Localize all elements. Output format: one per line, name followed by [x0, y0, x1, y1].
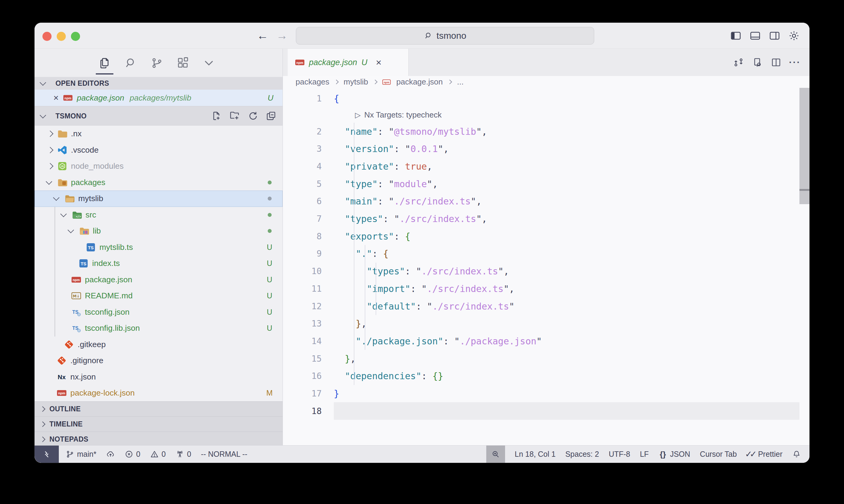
indent-guide: [354, 123, 355, 385]
status-item-0[interactable]: 0: [150, 450, 166, 458]
minimize-window-button[interactable]: [57, 32, 66, 41]
status-item-zoomin[interactable]: [486, 446, 505, 463]
command-center-search[interactable]: tsmono: [296, 27, 594, 44]
svg-text:npm: npm: [64, 96, 71, 100]
line-content: "default": "./src/index.ts": [334, 301, 809, 312]
tab-close-icon[interactable]: ×: [376, 57, 382, 67]
sidebar-bottom-sections: OUTLINETIMELINENOTEPADS: [35, 401, 282, 447]
status-item-json[interactable]: {}JSON: [658, 450, 690, 458]
project-section-header[interactable]: TSMONO: [35, 106, 282, 126]
open-editors-header[interactable]: OPEN EDITORS: [35, 77, 282, 90]
status-left: main*000-- NORMAL --: [59, 450, 247, 458]
status-item-prettier[interactable]: ✓✓Prettier: [746, 450, 782, 458]
git-status-badge: U: [267, 275, 272, 284]
tree-item-tsconfig.lib.json[interactable]: TStsconfig.lib.jsonU: [35, 320, 282, 337]
breadcrumb-item[interactable]: package.json: [396, 77, 443, 87]
tree-item-packages[interactable]: packages: [35, 175, 282, 191]
toggle-primary-sidebar-button[interactable]: [730, 30, 742, 41]
status-label: 0: [187, 450, 191, 458]
status-item-normal[interactable]: -- NORMAL --: [201, 450, 247, 458]
codelens-nx-targets[interactable]: ▷Nx Targets: typecheck: [283, 108, 809, 123]
status-item-bell[interactable]: [792, 450, 801, 458]
collapse-folders-button[interactable]: [265, 111, 276, 122]
tree-item-package-lock.json[interactable]: npmpackage-lock.jsonM: [35, 385, 282, 401]
maximize-window-button[interactable]: [71, 32, 80, 41]
tree-item-src[interactable]: </>src: [35, 207, 282, 223]
file-label: .nx: [71, 129, 82, 139]
npm-icon: npm: [71, 275, 81, 285]
breadcrumb-item[interactable]: packages: [296, 77, 329, 87]
toggle-panel-button[interactable]: [750, 30, 761, 41]
more-actions-icon[interactable]: ···: [789, 57, 800, 68]
navigate-back-button[interactable]: ←: [257, 23, 268, 49]
status-item-cloudup[interactable]: [106, 450, 115, 458]
folderopen-icon: [65, 194, 74, 203]
section-timeline[interactable]: TIMELINE: [35, 416, 282, 432]
status-label: Prettier: [758, 450, 782, 458]
open-changes-icon[interactable]: [733, 57, 744, 68]
line-content: "import": "./src/index.ts",: [334, 284, 809, 294]
status-item-lf[interactable]: LF: [640, 450, 649, 458]
search-icon: [124, 57, 137, 69]
activity-tab-source-control[interactable]: [150, 57, 163, 69]
open-preview-icon[interactable]: [752, 57, 763, 68]
close-editor-icon[interactable]: ×: [53, 93, 59, 102]
breadcrumb-item[interactable]: mytslib: [344, 77, 368, 87]
tree-item-node_modules[interactable]: JSnode_modules: [35, 158, 282, 175]
tree-item-mytslib.ts[interactable]: TSmytslib.tsU: [35, 239, 282, 256]
status-item-spaces-2[interactable]: Spaces: 2: [565, 450, 599, 458]
navigate-forward-button[interactable]: →: [276, 23, 288, 49]
file-label: package-lock.json: [70, 388, 135, 398]
tab-package-json[interactable]: npm package.json U ×: [288, 49, 409, 76]
new-folder-button[interactable]: [229, 111, 240, 122]
tab-filename: package.json: [309, 58, 357, 67]
line-number: 1: [283, 94, 334, 104]
activity-tab-explorer[interactable]: [98, 57, 111, 69]
remote-indicator[interactable]: [35, 446, 59, 463]
activity-bar: [35, 49, 282, 77]
refresh-explorer-button[interactable]: [247, 111, 258, 122]
run-icon[interactable]: ▷: [355, 111, 360, 119]
vscode-icon: [57, 145, 67, 155]
status-item-0[interactable]: 0: [125, 450, 140, 458]
new-file-button[interactable]: [211, 111, 222, 122]
status-item-ln-18-col-1[interactable]: Ln 18, Col 1: [515, 450, 556, 458]
settings-gear-button[interactable]: [788, 30, 800, 41]
section-outline[interactable]: OUTLINE: [35, 401, 282, 416]
split-editor-icon[interactable]: [771, 57, 781, 68]
tree-item-.nx[interactable]: .nx: [35, 126, 282, 142]
status-item-utf-8[interactable]: UTF-8: [609, 450, 630, 458]
file-tree: .nx.vscodeJSnode_modulespackagesmytslib<…: [35, 126, 282, 401]
status-item-0[interactable]: 0: [175, 450, 191, 458]
line-content: "name": "@tsmono/mytslib",: [334, 126, 809, 137]
breadcrumb-item[interactable]: ...: [457, 77, 464, 87]
code-editor[interactable]: 1{▷Nx Targets: typecheck2 "name": "@tsmo…: [283, 88, 809, 445]
status-item-main[interactable]: main*: [66, 450, 97, 458]
activity-tab-extensions[interactable]: [176, 57, 189, 69]
vertical-scrollbar[interactable]: [799, 88, 809, 204]
chevron-down-icon: [40, 79, 46, 85]
activity-tab-more[interactable]: [203, 57, 215, 69]
line-number: 12: [283, 301, 334, 311]
activity-tab-search[interactable]: [124, 57, 137, 69]
tree-item-lib[interactable]: lib: [35, 223, 282, 239]
status-item-cursor-tab[interactable]: Cursor Tab: [700, 450, 737, 458]
ext-icon: [176, 57, 189, 69]
toggle-secondary-sidebar-button[interactable]: [769, 30, 780, 41]
section-notepads[interactable]: NOTEPADS: [35, 432, 282, 447]
git-status-badge: U: [268, 93, 273, 103]
tree-item-index.ts[interactable]: TSindex.tsU: [35, 255, 282, 272]
tree-item-.gitkeep[interactable]: .gitkeep: [35, 337, 282, 353]
tree-item-README.md[interactable]: M↓README.mdU: [35, 288, 282, 304]
code-line-4: 4 "private": true,: [283, 158, 809, 175]
tree-item-.gitignore[interactable]: .gitignore: [35, 353, 282, 369]
section-label: NOTEPADS: [49, 435, 88, 444]
close-window-button[interactable]: [42, 32, 52, 41]
tree-item-nx.json[interactable]: Nxnx.json: [35, 369, 282, 385]
line-number: 7: [283, 214, 334, 224]
open-editor-item[interactable]: × npm package.json packages/mytslib U: [35, 90, 282, 106]
tree-item-mytslib[interactable]: mytslib: [35, 191, 282, 207]
tree-item-package.json[interactable]: npmpackage.jsonU: [35, 272, 282, 288]
tree-item-tsconfig.json[interactable]: TStsconfig.jsonU: [35, 304, 282, 321]
tree-item-.vscode[interactable]: .vscode: [35, 142, 282, 158]
